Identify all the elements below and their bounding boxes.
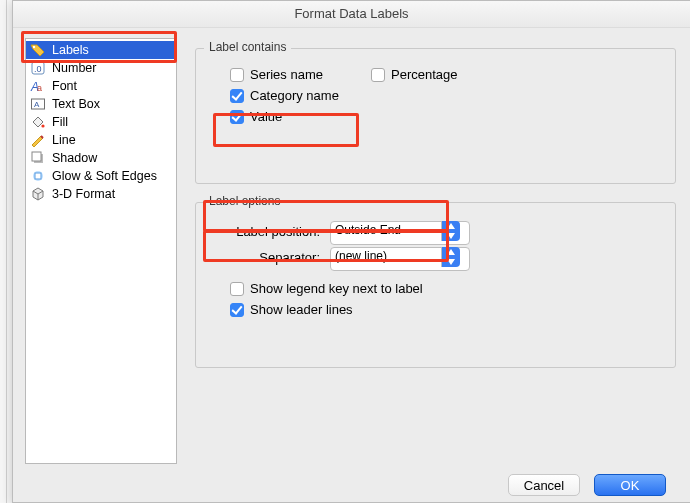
show-leader-lines-label: Show leader lines <box>250 302 353 317</box>
sidebar-item-labels[interactable]: Labels <box>26 41 176 59</box>
svg-text:A: A <box>34 100 40 109</box>
series-name-checkbox[interactable]: Series name <box>230 67 323 82</box>
svg-rect-9 <box>32 152 41 161</box>
svg-point-7 <box>41 124 44 127</box>
sidebar-item-label: Glow & Soft Edges <box>52 169 157 183</box>
separator-label: Separator: <box>210 250 320 265</box>
show-leader-lines-input[interactable] <box>230 303 244 317</box>
sidebar-item-label: Text Box <box>52 97 100 111</box>
format-data-labels-dialog: Format Data Labels Labels .0 Number <box>12 0 690 503</box>
category-sidebar: Labels .0 Number Aa Font A <box>25 38 177 464</box>
number-icon: .0 <box>30 60 46 76</box>
show-legend-key-checkbox[interactable]: Show legend key next to label <box>230 281 423 296</box>
ok-button[interactable]: OK <box>594 474 666 496</box>
series-name-label: Series name <box>250 67 323 82</box>
series-name-check-input[interactable] <box>230 68 244 82</box>
sidebar-item-3d-format[interactable]: 3-D Format <box>26 185 176 203</box>
category-name-checkbox[interactable]: Category name <box>230 88 339 103</box>
sidebar-item-shadow[interactable]: Shadow <box>26 149 176 167</box>
cube-icon <box>30 186 46 202</box>
category-name-label: Category name <box>250 88 339 103</box>
dialog-title: Format Data Labels <box>13 1 690 28</box>
cancel-button[interactable]: Cancel <box>508 474 580 496</box>
sidebar-item-glow[interactable]: Glow & Soft Edges <box>26 167 176 185</box>
sidebar-item-label: Shadow <box>52 151 97 165</box>
category-name-check-input[interactable] <box>230 89 244 103</box>
sidebar-item-label: Labels <box>52 43 89 57</box>
value-check-input[interactable] <box>230 110 244 124</box>
sidebar-item-label: 3-D Format <box>52 187 115 201</box>
dialog-button-row: Cancel OK <box>13 464 690 503</box>
value-label: Value <box>250 109 282 124</box>
sidebar-item-label: Fill <box>52 115 68 129</box>
sidebar-item-label: Line <box>52 133 76 147</box>
svg-rect-11 <box>35 173 41 179</box>
pencil-line-icon <box>30 132 46 148</box>
show-leader-lines-checkbox[interactable]: Show leader lines <box>230 302 353 317</box>
svg-text:.0: .0 <box>34 64 42 74</box>
sidebar-item-fill[interactable]: Fill <box>26 113 176 131</box>
font-icon: Aa <box>30 78 46 94</box>
group-legend: Label contains <box>204 40 291 54</box>
label-position-select[interactable]: Outside End <box>330 221 460 241</box>
sidebar-item-label: Font <box>52 79 77 93</box>
percentage-check-input[interactable] <box>371 68 385 82</box>
label-contains-group: Label contains Series name Percentage <box>195 48 676 184</box>
group-legend: Label options <box>204 194 285 208</box>
labels-detail-pane: Label contains Series name Percentage <box>189 38 678 464</box>
stepper-icon[interactable] <box>441 247 460 267</box>
sidebar-item-text-box[interactable]: A Text Box <box>26 95 176 113</box>
svg-text:a: a <box>37 83 42 93</box>
value-checkbox[interactable]: Value <box>230 109 282 124</box>
sidebar-item-label: Number <box>52 61 96 75</box>
sidebar-item-line[interactable]: Line <box>26 131 176 149</box>
shadow-icon <box>30 150 46 166</box>
separator-select[interactable]: (new line) <box>330 247 460 267</box>
tag-icon <box>30 42 46 58</box>
sidebar-item-font[interactable]: Aa Font <box>26 77 176 95</box>
paint-bucket-icon <box>30 114 46 130</box>
percentage-checkbox[interactable]: Percentage <box>371 67 458 82</box>
show-legend-key-label: Show legend key next to label <box>250 281 423 296</box>
text-box-icon: A <box>30 96 46 112</box>
sidebar-item-number[interactable]: .0 Number <box>26 59 176 77</box>
glow-icon <box>30 168 46 184</box>
label-options-group: Label options Label position: Outside En… <box>195 202 676 368</box>
label-position-label: Label position: <box>210 224 320 239</box>
svg-point-0 <box>33 46 35 48</box>
percentage-label: Percentage <box>391 67 458 82</box>
stepper-icon[interactable] <box>441 221 460 241</box>
show-legend-key-input[interactable] <box>230 282 244 296</box>
